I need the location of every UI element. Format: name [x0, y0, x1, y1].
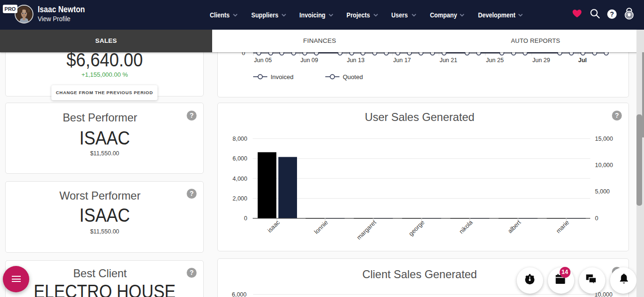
svg-text:Jun 05: Jun 05: [254, 57, 272, 64]
svg-text:Jun 09: Jun 09: [300, 57, 318, 64]
svg-text:10,000: 10,000: [595, 162, 613, 169]
svg-text:lonnie: lonnie: [313, 219, 329, 235]
svg-text:Jun 25: Jun 25: [486, 57, 504, 64]
svg-text:2,000: 2,000: [232, 195, 247, 202]
svg-text:Jul: Jul: [578, 57, 586, 64]
svg-text:Jun 17: Jun 17: [393, 57, 411, 64]
svg-text:george: george: [407, 219, 426, 237]
svg-text:Quoted: Quoted: [343, 73, 363, 80]
svg-text:isaac: isaac: [266, 218, 281, 233]
svg-text:0: 0: [244, 215, 248, 222]
svg-text:marie: marie: [554, 219, 570, 235]
svg-text:0: 0: [595, 215, 598, 222]
svg-text:5,000: 5,000: [595, 188, 610, 195]
svg-text:6,000: 6,000: [232, 155, 247, 162]
svg-text:nikola: nikola: [458, 218, 474, 235]
svg-text:8,000: 8,000: [232, 136, 247, 142]
svg-text:Jun 21: Jun 21: [439, 57, 457, 64]
svg-text:Invoiced: Invoiced: [271, 73, 293, 80]
svg-text:15,000: 15,000: [595, 136, 613, 142]
svg-text:4,000: 4,000: [232, 176, 247, 182]
svg-text:Jun 13: Jun 13: [347, 57, 365, 64]
svg-text:margaret: margaret: [355, 219, 378, 241]
svg-text:Jun 29: Jun 29: [532, 57, 550, 64]
svg-text:albert: albert: [506, 219, 522, 235]
